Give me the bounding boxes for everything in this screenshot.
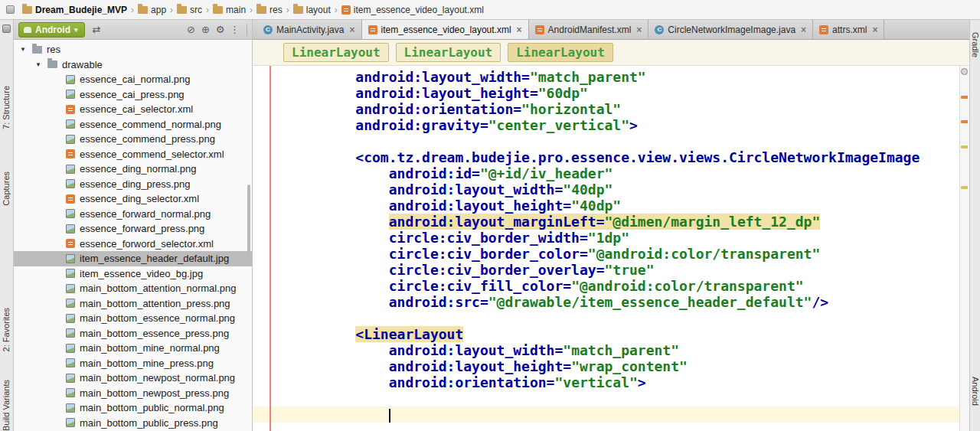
tool-window-button-2-favorites[interactable]: 2: Favorites [2,308,11,351]
tree-file-main-bottom-attention-normal-png[interactable]: main_bottom_attention_normal.png [14,281,252,296]
tab-attrs-xml[interactable]: attrs.xml× [813,20,884,39]
tab-androidmanifest-xml[interactable]: AndroidManifest.xml× [529,20,649,39]
tree-file-essence-forword-selector-xml[interactable]: essence_forword_selector.xml [14,237,252,252]
code-line[interactable]: circle:civ_border_overlay="true" [253,262,969,278]
tab-close-icon[interactable]: × [517,24,522,35]
tree-file-essence-forward-normal-png[interactable]: essence_forward_normal.png [14,207,252,222]
tree-file-essence-commend-selector-xml[interactable]: essence_commend_selector.xml [14,147,252,162]
tree-file-main-bottom-newpost-press-png[interactable]: main_bottom_newpost_press.png [14,386,252,401]
file-label: item_essence_header_default.jpg [80,253,229,264]
tool-window-button-build-variants[interactable]: Build Variants [2,380,11,431]
project-view-selector[interactable]: Android ▾ [18,22,85,38]
code-token: android:orientation [355,101,513,117]
tree-file-main-bottom-attention-press-png[interactable]: main_bottom_attention_press.png [14,296,252,312]
stripe-mark-orange[interactable] [961,120,968,123]
tree-file-essence-ding-press-png[interactable]: essence_ding_press.png [14,177,252,192]
code-line[interactable]: circle:civ_border_color="@android:color/… [253,246,969,262]
breadcrumb-item-dream-budejie-mvp[interactable]: Dream_Budejie_MVP [19,5,130,15]
tree-file-main-bottom-mine-press-png[interactable]: main_bottom_mine_press.png [14,356,252,371]
code-line[interactable] [253,390,969,407]
code-area[interactable]: android:layout_width="match_parent" andr… [253,66,969,431]
breadcrumb-item-item-essence-video-layout-xml[interactable]: item_essence_video_layout.xml [338,5,487,15]
project-tool-icon[interactable] [2,24,11,33]
tree-file-essence-commend-press-png[interactable]: essence_commend_press.png [14,132,252,147]
tree-folder-res[interactable]: ▼res [14,42,252,57]
stripe-mark-orange[interactable] [961,96,968,99]
tree-file-main-bottom-newpost-normal-png[interactable]: main_bottom_newpost_normal.png [14,371,252,386]
tool-window-button-android[interactable]: Android [971,377,980,406]
stripe-mark-yellow[interactable] [961,186,968,189]
code-line[interactable] [253,133,969,149]
tree-file-essence-ding-selector-xml[interactable]: essence_ding_selector.xml [14,191,252,207]
tree-file-essence-commend-normal-png[interactable]: essence_commend_normal.png [14,117,252,132]
locate-icon[interactable]: ⊕ [199,24,212,36]
xml-breadcrumb-linearlayout-3[interactable]: LinearLayout [508,43,613,62]
code-line[interactable] [253,310,969,326]
tab-item-essence-video-layout-xml[interactable]: item_essence_video_layout.xml× [362,20,529,39]
tab-mainactivity-java[interactable]: MainActivity.java× [257,20,362,39]
tab-close-icon[interactable]: × [349,24,354,35]
tab-close-icon[interactable]: × [872,24,877,35]
tree-file-main-bottom-essence-press-png[interactable]: main_bottom_essence_press.png [14,326,252,341]
tree-file-main-bottom-mine-normal-png[interactable]: main_bottom_mine_normal.png [14,341,252,356]
tool-window-button-captures[interactable]: Captures [2,171,11,206]
tree-file-main-bottom-public-normal-png[interactable]: main_bottom_public_normal.png [14,400,252,416]
code-line[interactable]: android:layout_height="wrap_content" [253,358,969,374]
code-line[interactable]: android:layout_width="match_parent" [253,69,969,85]
code-line[interactable]: android:orientation="vertical"> [253,374,969,390]
left-toolbar: 7: StructureCaptures2: FavoritesBuild Va… [0,20,14,431]
code-line[interactable]: android:gravity="center_vertical"> [253,117,969,133]
file-type-icon [655,25,664,34]
code-line[interactable]: android:layout_width="40dp" [253,181,969,198]
breadcrumb-item-layout[interactable]: layout [290,5,334,15]
xml-breadcrumb-linearlayout-1[interactable]: LinearLayout [283,43,389,62]
tree-scrollbar[interactable] [247,184,250,257]
code-line[interactable]: android:layout_height="60dp" [253,85,969,101]
code-line[interactable]: circle:civ_fill_color="@android:color/tr… [253,278,969,294]
breadcrumb-item-app[interactable]: app [135,5,169,15]
xml-breadcrumb-linearlayout-2[interactable]: LinearLayout [396,43,501,62]
tree-file-essence-cai-selector-xml[interactable]: essence_cai_selector.xml [14,102,252,117]
code-line[interactable]: android:id="@+id/iv_header" [253,165,969,181]
code-line[interactable]: <LinearLayout [253,326,969,342]
image-file-icon [66,119,75,129]
more-icon[interactable]: ⋮ [228,24,241,36]
folder-icon [213,6,223,14]
code-token [322,374,389,390]
code-line[interactable]: <com.tz.dream.budejie.pro.essence.view.v… [253,149,969,165]
tab-circlenetworkimageimage-java[interactable]: CircleNetworkImageImage.java× [648,20,813,39]
tree-folder-drawable[interactable]: ▼drawable [14,57,252,73]
tree-file-item-essence-video-bg-jpg[interactable]: item_essence_video_bg.jpg [14,266,252,282]
breadcrumb-item-main[interactable]: main [210,5,249,15]
code-line[interactable]: android:layout_height="40dp" [253,198,969,214]
panel-header-icons-left: ⇄ [90,24,103,36]
code-line[interactable]: android:orientation="horizontal" [253,101,969,117]
tree-file-main-bottom-essence-normal-png[interactable]: main_bottom_essence_normal.png [14,311,252,326]
tree-file-essence-cai-normal-png[interactable]: essence_cai_normal.png [14,72,252,87]
tree-file-main-bottom-public-press-png[interactable]: main_bottom_public_press.png [14,416,252,431]
expand-arrow-icon[interactable]: ▼ [35,61,43,68]
tab-close-icon[interactable]: × [636,24,642,35]
hide-icon[interactable]: ⊘ [185,24,198,36]
tree-file-item-essence-header-default-jpg[interactable]: item_essence_header_default.jpg [14,251,252,266]
breadcrumb-item-src[interactable]: src [174,5,205,15]
settings-icon[interactable]: ⚙ [214,24,227,36]
tree-file-essence-forward-press-png[interactable]: essence_forward_press.png [14,221,252,237]
tool-window-button-gradle[interactable]: Gradle [971,32,980,57]
tree-file-essence-cai-press-png[interactable]: essence_cai_press.png [14,87,252,103]
code-line[interactable] [253,407,969,423]
tab-close-icon[interactable]: × [801,24,806,35]
stripe-mark-yellow[interactable] [961,145,968,149]
breadcrumb-item-res[interactable]: res [253,5,286,15]
expand-arrow-icon[interactable]: ▼ [20,46,28,53]
code-line[interactable]: android:layout_marginLeft="@dimen/margin… [253,214,969,230]
tool-window-button-7-structure[interactable]: 7: Structure [2,86,11,129]
inspections-status-icon[interactable] [961,68,968,75]
code-line[interactable]: android:layout_width="match_parent" [253,342,969,358]
code-line[interactable]: circle:civ_border_width="1dp" [253,230,969,246]
code-line[interactable]: android:src="@drawable/item_essence_head… [253,294,969,310]
switch-view-icon[interactable]: ⇄ [90,24,103,36]
xml-breadcrumb-bar: LinearLayout LinearLayout LinearLayout [253,40,969,66]
tree-file-essence-ding-normal-png[interactable]: essence_ding_normal.png [14,162,252,177]
image-file-icon [66,90,75,99]
